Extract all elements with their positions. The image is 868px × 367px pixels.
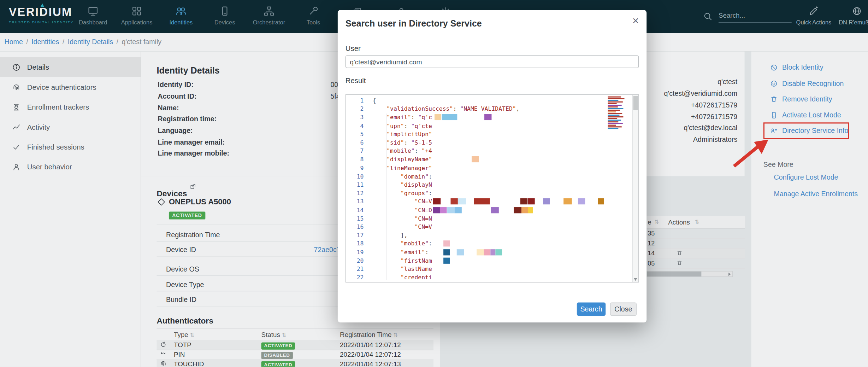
- editor-minimap: [608, 97, 632, 130]
- result-label: Result: [346, 76, 366, 85]
- scrollbar-down-arrow[interactable]: [634, 278, 637, 281]
- directory-service-modal: Search user in Directory Service × User …: [338, 10, 646, 322]
- modal-title: Search user in Directory Service: [346, 19, 482, 29]
- editor-lines: { "validationSuccess": "NAME_VALIDATED",…: [346, 95, 632, 282]
- json-result-editor[interactable]: 12345678910111213141516171819202122 { "v…: [346, 94, 639, 282]
- user-input[interactable]: [346, 56, 639, 68]
- close-icon[interactable]: ×: [632, 14, 639, 27]
- search-button[interactable]: Search: [577, 303, 606, 316]
- scrollbar-thumb[interactable]: [633, 96, 638, 110]
- close-button[interactable]: Close: [610, 303, 637, 316]
- editor-scrollbar[interactable]: [632, 95, 638, 282]
- app-window: VERIDIUM TRUSTED DIGITAL IDENTITY Dashbo…: [0, 0, 868, 367]
- user-field-label: User: [346, 44, 361, 53]
